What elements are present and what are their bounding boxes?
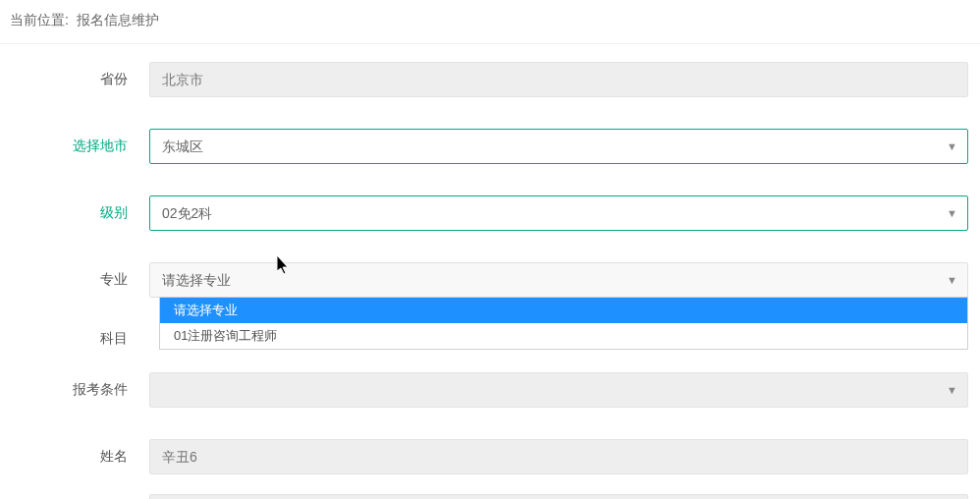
major-select[interactable]: 请选择专业 ▼	[149, 262, 968, 298]
chevron-down-icon: ▼	[947, 373, 957, 407]
row-name: 姓名 辛丑6	[0, 439, 980, 474]
label-condition: 报考条件	[12, 381, 149, 399]
label-major: 专业	[12, 271, 149, 289]
breadcrumb: 当前位置: 报名信息维护	[0, 0, 980, 44]
row-id-type: 证件类型 居民身份证	[0, 494, 980, 499]
major-select-value: 请选择专业	[162, 272, 231, 288]
major-dropdown: 请选择专业 01注册咨询工程师	[159, 297, 968, 350]
breadcrumb-label: 当前位置:	[10, 12, 69, 28]
major-option-placeholder[interactable]: 请选择专业	[160, 298, 967, 323]
row-condition: 报考条件 ▼	[0, 372, 980, 408]
row-province: 省份 北京市	[0, 62, 980, 97]
form-area: 省份 北京市 选择地市 东城区 ▼ 级别 02免2科 ▼ 专业 请选择专业 ▼	[0, 44, 980, 499]
city-select[interactable]: 东城区 ▼	[149, 129, 968, 164]
level-select[interactable]: 02免2科 ▼	[149, 195, 968, 231]
condition-select[interactable]: ▼	[149, 372, 968, 408]
label-subject: 科目	[12, 330, 149, 348]
level-select-value: 02免2科	[162, 205, 212, 221]
label-city: 选择地市	[12, 138, 149, 155]
province-field: 北京市	[149, 62, 968, 97]
row-city: 选择地市 东城区 ▼	[0, 129, 980, 164]
label-level: 级别	[12, 204, 149, 222]
chevron-down-icon: ▼	[947, 196, 957, 230]
breadcrumb-page: 报名信息维护	[77, 12, 159, 28]
city-select-value: 东城区	[162, 139, 203, 154]
row-major: 专业 请选择专业 ▼ 请选择专业 01注册咨询工程师	[0, 262, 980, 298]
row-level: 级别 02免2科 ▼	[0, 195, 980, 231]
id-type-field: 居民身份证	[149, 494, 968, 499]
label-name: 姓名	[12, 448, 149, 466]
chevron-down-icon: ▼	[947, 130, 957, 163]
major-option-01[interactable]: 01注册咨询工程师	[160, 323, 967, 349]
chevron-down-icon: ▼	[947, 263, 957, 297]
name-field: 辛丑6	[149, 439, 968, 474]
label-province: 省份	[12, 71, 149, 88]
